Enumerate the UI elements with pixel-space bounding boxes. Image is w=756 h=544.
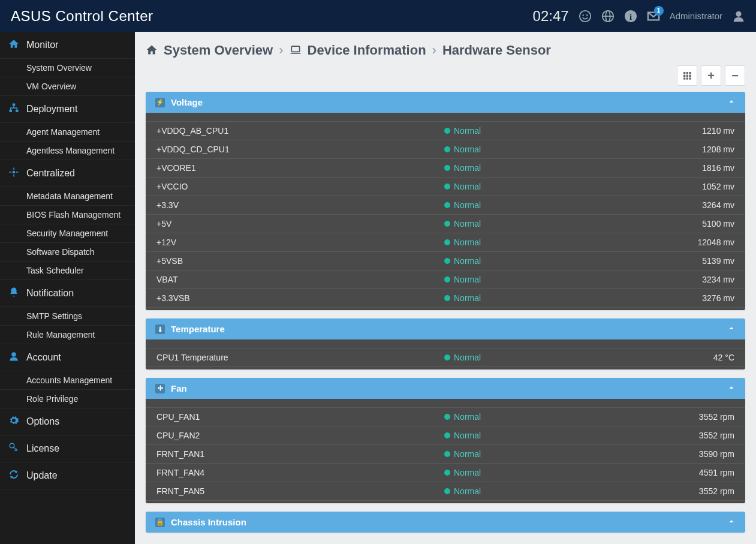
nav-group-label: Monitor — [26, 40, 58, 50]
smiley-icon[interactable] — [579, 10, 592, 23]
nav-item[interactable]: Agent Management — [0, 123, 135, 142]
bell-icon — [8, 287, 19, 300]
status-dot-icon — [444, 470, 450, 476]
main-content: System Overview › Device Information › H… — [135, 32, 756, 544]
nav-group-account[interactable]: Account — [0, 344, 135, 371]
status-dot-icon — [444, 165, 450, 171]
nav-group-options[interactable]: Options — [0, 408, 135, 435]
panel-icon: ⚡ — [155, 98, 165, 107]
sensor-row: CPU_FAN2 Normal 3552 rpm — [146, 426, 745, 445]
gear-icon — [8, 415, 19, 428]
svg-rect-17 — [686, 72, 688, 74]
key-icon — [8, 442, 19, 455]
nav-item[interactable]: Role Privilege — [0, 390, 135, 408]
nav-group-label: Centralized — [26, 168, 75, 179]
home-icon — [8, 38, 19, 52]
panel-title: Chassis Intrusion — [171, 517, 246, 527]
sensor-status: Normal — [444, 293, 650, 303]
panel-header[interactable]: ⚡Voltage — [146, 92, 745, 113]
nav-group-deployment[interactable]: Deployment — [0, 96, 135, 123]
panel-title: Temperature — [171, 324, 225, 334]
status-dot-icon — [444, 276, 450, 282]
nav-item[interactable]: Task Scheduler — [0, 262, 135, 280]
nav-item[interactable]: Metadata Management — [0, 187, 135, 206]
status-dot-icon — [444, 432, 450, 438]
nav-group-monitor[interactable]: Monitor — [0, 32, 135, 59]
svg-point-1 — [582, 14, 583, 15]
sensor-name: +3.3VSB — [156, 293, 444, 303]
sensor-value: 3552 rpm — [650, 486, 734, 496]
svg-rect-24 — [689, 77, 691, 79]
user-icon[interactable] — [732, 10, 745, 23]
svg-rect-23 — [686, 77, 688, 79]
sensor-name: +5VSB — [156, 256, 444, 266]
nav-item[interactable]: Software Dispatch — [0, 243, 135, 262]
nav-group-label: License — [26, 443, 59, 454]
nav-group-label: Options — [26, 416, 59, 427]
sensor-row: FRNT_FAN1 Normal 3590 rpm — [146, 445, 745, 464]
breadcrumb-sep: › — [279, 43, 283, 58]
sensor-status: Normal — [444, 163, 650, 173]
sensor-name: CPU_FAN2 — [156, 431, 444, 440]
svg-rect-18 — [689, 72, 691, 74]
nav-item[interactable]: Agentless Management — [0, 142, 135, 160]
sensor-value: 12048 mv — [650, 238, 734, 247]
nav-group-label: Notification — [26, 288, 74, 299]
sensor-row: CPU1 Temperature Normal 42 °C — [146, 348, 745, 367]
nav-group-license[interactable]: License — [0, 435, 135, 462]
collapse-all-button[interactable]: − — [725, 65, 745, 86]
sensor-row: +3.3V Normal 3264 mv — [146, 196, 745, 215]
nav-item[interactable]: BIOS Flash Management — [0, 206, 135, 224]
sensor-value: 4591 rpm — [650, 468, 734, 477]
nav-group-centralized[interactable]: Centralized — [0, 160, 135, 187]
panel-title: Voltage — [171, 97, 203, 107]
nav-group-notification[interactable]: Notification — [0, 280, 135, 307]
panel-voltage: ⚡Voltage +VDDQ_AB_CPU1 Normal 1210 mv +V… — [146, 92, 745, 310]
breadcrumb-l2[interactable]: Device Information — [308, 43, 426, 58]
sensor-value: 3552 rpm — [650, 412, 734, 422]
panel-body: +VDDQ_AB_CPU1 Normal 1210 mv +VDDQ_CD_CP… — [146, 113, 745, 310]
sensor-name: CPU_FAN1 — [156, 412, 444, 422]
nav-item[interactable]: System Overview — [0, 59, 135, 77]
grid-view-button[interactable] — [677, 65, 697, 86]
svg-point-2 — [586, 14, 588, 15]
sensor-name: FRNT_FAN1 — [156, 449, 444, 459]
sensor-status: Normal — [444, 145, 650, 154]
chevron-up-icon — [727, 383, 736, 393]
user-label[interactable]: Administrator — [670, 11, 722, 21]
sensor-row: VBAT Normal 3234 mv — [146, 271, 745, 289]
svg-rect-11 — [16, 110, 19, 112]
panel-header[interactable]: 🔒Chassis Intrusion — [146, 512, 745, 533]
nav-item[interactable]: Rule Management — [0, 326, 135, 344]
sensor-row: +3.3VSB Normal 3276 mv — [146, 289, 745, 308]
panel-header[interactable]: 🌡Temperature — [146, 318, 745, 339]
nav-group-update[interactable]: Update — [0, 462, 135, 489]
nav-item[interactable]: Security Management — [0, 224, 135, 243]
breadcrumb-l1[interactable]: System Overview — [164, 43, 273, 58]
mail-badge: 1 — [654, 6, 664, 16]
nav-item[interactable]: SMTP Settings — [0, 307, 135, 326]
home-icon[interactable] — [146, 43, 158, 58]
svg-point-0 — [579, 10, 590, 21]
status-dot-icon — [444, 146, 450, 152]
sidebar: MonitorSystem OverviewVM OverviewDeploym… — [0, 32, 135, 544]
svg-point-8 — [736, 11, 741, 16]
panel-header[interactable]: ✢Fan — [146, 378, 745, 399]
clock: 02:47 — [533, 8, 569, 25]
sensor-name: CPU1 Temperature — [156, 353, 444, 362]
nav-item[interactable]: Accounts Management — [0, 371, 135, 390]
sensor-name: +VDDQ_AB_CPU1 — [156, 126, 444, 136]
sensor-status: Normal — [444, 126, 650, 136]
expand-all-button[interactable]: + — [701, 65, 721, 86]
svg-rect-21 — [689, 75, 691, 77]
info-icon[interactable]: i — [624, 10, 637, 23]
mail-icon[interactable]: 1 — [647, 10, 660, 23]
sensor-name: FRNT_FAN5 — [156, 486, 444, 496]
nav-item[interactable]: VM Overview — [0, 77, 135, 96]
breadcrumb: System Overview › Device Information › H… — [146, 38, 745, 62]
svg-rect-19 — [683, 75, 685, 77]
sensor-status: Normal — [444, 468, 650, 477]
status-dot-icon — [444, 258, 450, 264]
refresh-icon — [8, 469, 19, 482]
globe-icon[interactable] — [601, 10, 615, 23]
